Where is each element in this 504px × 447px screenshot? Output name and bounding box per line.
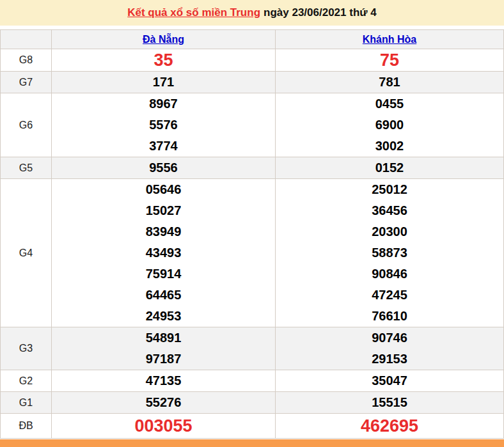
result-number: 05646 [52,179,275,200]
result-number: 64465 [52,285,275,306]
title-bar: Kết quả xổ số miền Trung ngày 23/06/2021… [0,0,504,26]
result-number: 20300 [276,221,503,242]
result-number: 75914 [52,263,275,285]
result-cell-danang: 05646150278394943493759146446524953 [52,179,276,327]
result-cell-khanhhoa: 781 [276,72,504,93]
corner-cell [1,30,52,49]
result-number: 0152 [276,157,503,178]
result-number: 29153 [276,349,503,370]
result-number: 76610 [276,306,503,327]
result-number: 462695 [276,414,503,438]
result-cell-khanhhoa: 9074629153 [276,327,504,370]
result-number: 97187 [52,349,275,370]
result-cell-khanhhoa: 75 [276,49,504,72]
result-cell-danang: 9556 [52,157,276,179]
province-link-da-nang[interactable]: Đà Nẵng [143,34,184,45]
table-row: G354891971879074629153 [1,327,504,370]
prize-label: G1 [1,392,52,414]
results-table: Đà Nẵng Khánh Hòa G83575G7171781G6896755… [0,29,504,439]
result-number: 15515 [276,392,503,413]
result-cell-khanhhoa: 045569003002 [276,93,504,157]
prize-label: G6 [1,93,52,157]
header-row: Đà Nẵng Khánh Hòa [1,30,504,49]
prize-label: G8 [1,49,52,72]
result-number: 781 [276,72,503,93]
result-number: 15027 [52,200,275,221]
result-number: 54891 [52,327,275,349]
table-row: G6896755763774045569003002 [1,93,504,157]
column-header-da-nang: Đà Nẵng [52,30,276,49]
result-number: 43493 [52,242,275,263]
result-number: 47135 [52,370,275,391]
table-row: G405646150278394943493759146446524953250… [1,179,504,327]
result-number: 90846 [276,263,503,285]
result-number: 5576 [52,114,275,136]
result-number: 24953 [52,306,275,327]
result-number: 35 [52,49,275,71]
result-cell-danang: 35 [52,49,276,72]
footer-accent-bar [0,439,504,447]
result-cell-danang: 171 [52,72,276,93]
prize-label: G7 [1,72,52,93]
result-cell-khanhhoa: 25012364562030058873908464724576610 [276,179,504,327]
result-number: 3002 [276,136,503,157]
result-cell-khanhhoa: 462695 [276,414,504,439]
result-cell-danang: 896755763774 [52,93,276,157]
result-cell-khanhhoa: 0152 [276,157,504,179]
result-number: 58873 [276,242,503,263]
result-number: 25012 [276,179,503,200]
result-number: 35047 [276,370,503,391]
result-cell-danang: 55276 [52,392,276,414]
result-number: 003055 [52,414,275,438]
prize-label: ĐB [1,414,52,439]
result-number: 0455 [276,93,503,114]
region-title-link[interactable]: Kết quả xổ số miền Trung [127,6,260,19]
table-row: G15527615515 [1,392,504,414]
result-cell-khanhhoa: 35047 [276,370,504,392]
result-number: 90746 [276,327,503,349]
result-number: 75 [276,49,503,71]
result-cell-danang: 5489197187 [52,327,276,370]
table-row: G83575 [1,49,504,72]
table-row: ĐB003055462695 [1,414,504,439]
draw-date-text: ngày 23/06/2021 thứ 4 [264,6,377,19]
result-number: 6900 [276,114,503,136]
prize-label: G3 [1,327,52,370]
table-row: G24713535047 [1,370,504,392]
result-number: 83949 [52,221,275,242]
result-cell-khanhhoa: 15515 [276,392,504,414]
column-header-khanh-hoa: Khánh Hòa [276,30,504,49]
table-row: G7171781 [1,72,504,93]
result-number: 8967 [52,93,275,114]
result-cell-danang: 47135 [52,370,276,392]
result-number: 9556 [52,157,275,178]
result-cell-danang: 003055 [52,414,276,439]
result-number: 55276 [52,392,275,413]
result-number: 3774 [52,136,275,157]
result-number: 47245 [276,285,503,306]
prize-label: G4 [1,179,52,327]
results-body: G83575G7171781G6896755763774045569003002… [1,49,504,439]
prize-label: G5 [1,157,52,179]
prize-label: G2 [1,370,52,392]
table-row: G595560152 [1,157,504,179]
result-number: 36456 [276,200,503,221]
result-number: 171 [52,72,275,93]
province-link-khanh-hoa[interactable]: Khánh Hòa [363,34,416,45]
